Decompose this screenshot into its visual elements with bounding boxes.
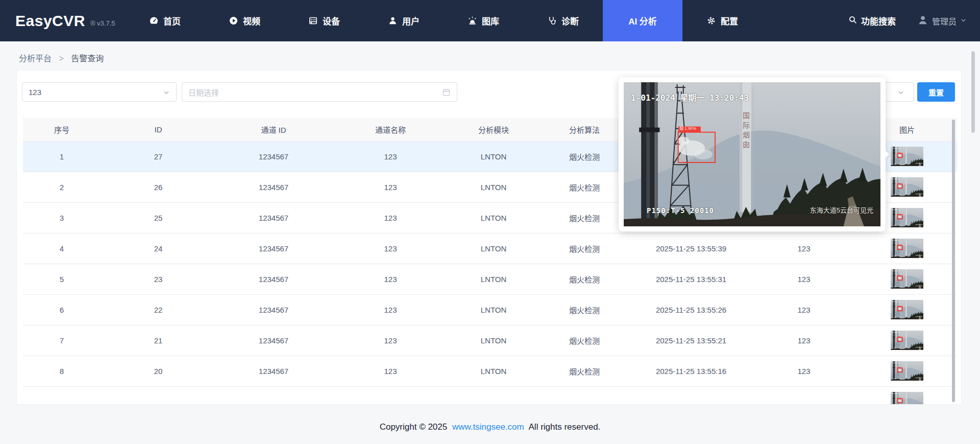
breadcrumb-item-current: 告警查询	[71, 54, 104, 63]
cell-algorithm: 烟火检测	[537, 264, 631, 294]
nav-item-gallery[interactable]: 图库	[444, 0, 523, 41]
alarm-thumbnail[interactable]	[891, 269, 923, 289]
main-menu: 首页 视频 设备 图库 用户 图库 诊断	[125, 0, 762, 41]
cell-channel-id: 1234567	[216, 325, 331, 356]
search-icon	[848, 15, 857, 27]
nav-item-settings[interactable]: 配置	[682, 0, 762, 41]
table-row[interactable]: 7 21 1234567 123 LNTON 烟火检测 2025-11-25 1…	[23, 325, 957, 356]
cell-channel-id: 1234567	[216, 233, 331, 264]
cell-channel-id: 1234567	[216, 264, 331, 294]
cell-desc: 123	[751, 325, 857, 356]
nav-label: 诊断	[561, 14, 579, 27]
cell-image	[857, 325, 957, 356]
nav-item-home[interactable]: 首页	[125, 0, 205, 41]
nav-label: AI 分析	[628, 14, 657, 27]
alarm-thumbnail[interactable]	[891, 361, 923, 381]
tsingsee-link[interactable]: www.tsingsee.com	[452, 422, 524, 432]
alarm-thumbnail[interactable]	[891, 392, 923, 405]
cell-algorithm: 烟火检测	[537, 141, 631, 172]
table-row[interactable]: 6 22 1234567 123 LNTON 烟火检测 2025-11-25 1…	[23, 294, 957, 325]
cell-time: 2025-11-25 13:55:39	[631, 233, 751, 264]
copyright-prefix: Copyright © 2025	[380, 422, 448, 432]
top-nav: EasyCVR ® v3.7.5 首页 视频 设备 图库 用户	[0, 0, 980, 41]
nav-label: 图库	[482, 14, 499, 27]
alarm-thumbnail[interactable]	[891, 147, 923, 166]
cell-id: 24	[101, 233, 216, 264]
cell-channel-name: 123	[331, 202, 450, 233]
cell-channel-name: 123	[331, 264, 450, 294]
alarm-light-icon	[468, 16, 477, 26]
cell-time: 2025-11-25 13:55:26	[631, 294, 751, 325]
cell-channel-name: 123	[331, 172, 450, 202]
cell-channel-id	[216, 386, 331, 405]
cell-id: 21	[101, 325, 216, 356]
osd-camera-name: 东海大道5云台可见光	[810, 205, 873, 215]
user-menu[interactable]: 管理员	[917, 14, 967, 28]
footer-copyright: Copyright © 2025 www.tsingsee.com All ri…	[0, 422, 980, 432]
cell-channel-id: 1234567	[216, 294, 331, 325]
alarm-image-large[interactable]: 1-01-2024 星期一 13:20:43 烟 1.90% 国际烟囱 P150…	[624, 82, 880, 226]
nav-right: 功能搜索 管理员	[848, 0, 980, 41]
nav-item-video[interactable]: 视频	[205, 0, 284, 41]
app-name: EasyCVR	[15, 12, 85, 30]
reset-button[interactable]: 重置	[917, 82, 955, 102]
cell-id: 22	[101, 294, 216, 325]
avatar-icon	[917, 14, 928, 28]
page-scrollbar[interactable]	[971, 51, 975, 133]
alarm-thumbnail[interactable]	[891, 177, 923, 197]
table-row[interactable]: 8 20 1234567 123 LNTON 烟火检测 2025-11-25 1…	[23, 356, 957, 386]
cell-module: LNTON	[450, 294, 537, 325]
cell-channel-name: 123	[331, 325, 450, 356]
col-id: ID	[101, 118, 216, 141]
cell-serial: 4	[23, 233, 101, 264]
alarm-thumbnail[interactable]	[891, 208, 923, 227]
cell-channel-name: 123	[331, 294, 450, 325]
table-row[interactable]: 5 23 1234567 123 LNTON 烟火检测 2025-11-25 1…	[23, 264, 957, 294]
alarm-thumbnail[interactable]	[891, 331, 923, 350]
breadcrumb-item-platform[interactable]: 分析平台	[19, 54, 52, 63]
cell-serial: 3	[23, 202, 101, 233]
copyright-suffix: All rights reserved.	[529, 422, 601, 432]
cell-id: 27	[101, 141, 216, 172]
cell-channel-name: 123	[331, 233, 450, 264]
col-channel-name: 通道名称	[331, 118, 450, 141]
col-channel-id: 通道 ID	[216, 118, 331, 141]
cell-serial: 7	[23, 325, 101, 356]
nav-item-diagnosis[interactable]: 诊断	[523, 0, 603, 41]
channel-select[interactable]: 123	[22, 82, 177, 102]
chevron-down-icon	[163, 89, 170, 98]
nav-item-ai-analysis[interactable]: AI 分析	[603, 0, 682, 41]
cell-algorithm: 烟火检测	[537, 325, 631, 356]
nav-label: 首页	[163, 14, 181, 27]
nav-item-user[interactable]: 图库 用户	[364, 0, 444, 41]
table-row[interactable]: 4 24 1234567 123 LNTON 烟火检测 2025-11-25 1…	[23, 233, 957, 264]
nav-label: 用户	[402, 14, 420, 27]
device-icon	[308, 16, 318, 26]
cell-serial: 5	[23, 264, 101, 294]
cell-serial	[23, 386, 101, 405]
cell-module: LNTON	[450, 172, 537, 202]
col-module: 分析模块	[450, 118, 537, 141]
user-name: 管理员	[932, 15, 957, 27]
alarm-thumbnail[interactable]	[891, 300, 923, 319]
cell-image	[857, 356, 957, 386]
nav-item-device[interactable]: 设备	[284, 0, 364, 41]
table-scrollbar[interactable]	[952, 120, 955, 402]
cell-channel-name	[331, 386, 450, 405]
breadcrumb-separator: >	[59, 54, 63, 63]
alarm-thumbnail[interactable]	[891, 239, 923, 258]
nav-label: 视频	[243, 14, 260, 27]
user-icon	[388, 16, 398, 26]
chevron-down-icon	[960, 16, 967, 26]
cell-id: 26	[101, 172, 216, 202]
date-picker[interactable]: 日期选择	[182, 82, 457, 102]
cell-image	[857, 264, 957, 294]
table-row[interactable]	[23, 386, 957, 405]
function-search[interactable]: 功能搜索	[848, 14, 896, 27]
cell-algorithm	[537, 386, 631, 405]
cell-module: LNTON	[450, 141, 537, 172]
cell-algorithm: 烟火检测	[537, 356, 631, 386]
cell-serial: 6	[23, 294, 101, 325]
cell-time: 2025-11-25 13:55:21	[631, 325, 751, 356]
gear-icon	[706, 16, 716, 26]
